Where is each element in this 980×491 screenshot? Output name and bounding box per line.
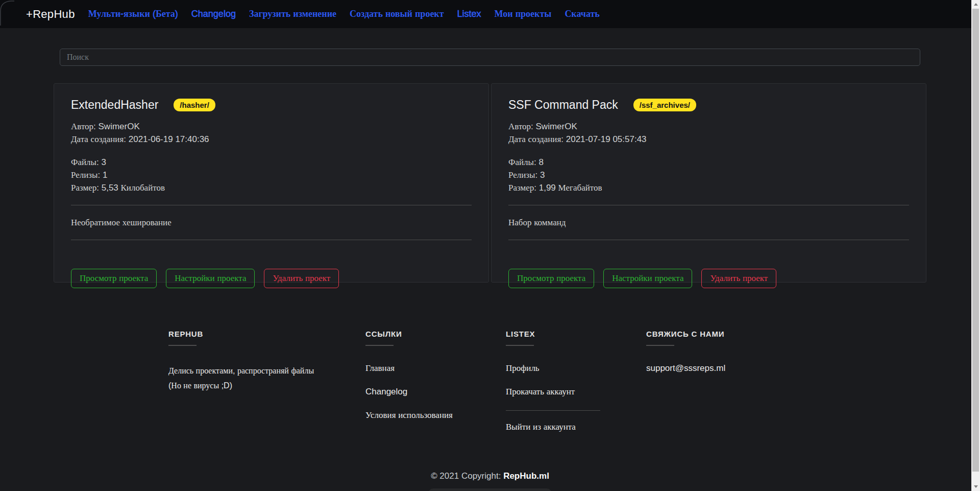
- project-size: Размер: 5,53 Килобайтов: [71, 181, 472, 194]
- project-size: Размер: 1,99 Мегабайтов: [508, 181, 909, 194]
- project-files-count: Файлы: 8: [508, 156, 909, 169]
- project-releases-count: Релизы: 1: [71, 169, 472, 181]
- footer-link-changelog[interactable]: Changelog: [365, 387, 506, 397]
- scrollbar-thumb[interactable]: [972, 9, 979, 472]
- footer-divider: [506, 410, 600, 411]
- project-stats: Файлы: 8 Релизы: 3 Размер: 1,99 Мегабайт…: [508, 156, 909, 194]
- project-card-header: ExtendedHasher /hasher/: [71, 98, 472, 112]
- footer-column-links: ССЫЛКИ Главная Changelog Условия использ…: [365, 330, 506, 446]
- project-card-header: SSF Command Pack /ssf_archives/: [508, 98, 909, 112]
- project-settings-button[interactable]: Настройки проекта: [603, 269, 692, 288]
- nav-link-multi-languages[interactable]: Мульти-языки (Бета): [88, 9, 178, 19]
- scrollbar-down-arrow-icon[interactable]: [971, 482, 980, 491]
- brand-logo[interactable]: +RepHub: [26, 8, 75, 21]
- support-email-link[interactable]: support@sssreps.ml: [646, 363, 725, 373]
- footer-title-underline: [506, 345, 534, 346]
- footer-tagline-line2: (Но не вирусы ;D): [168, 378, 365, 393]
- copyright: © 2021 Copyright: RepHub.ml: [0, 471, 980, 481]
- project-title: SSF Command Pack: [508, 98, 618, 112]
- nav-link-download[interactable]: Скачать: [565, 9, 599, 19]
- delete-project-button[interactable]: Удалить проект: [701, 269, 776, 288]
- project-stats: Файлы: 3 Релизы: 1 Размер: 5,53 Килобайт…: [71, 156, 472, 194]
- project-card-ssf-command-pack: SSF Command Pack /ssf_archives/ Автор: S…: [491, 83, 926, 283]
- project-author: Автор: SwimerOK: [71, 120, 472, 133]
- footer-title-links: ССЫЛКИ: [365, 330, 506, 338]
- nav-links: Мульти-языки (Бета) Changelog Загрузить …: [88, 9, 600, 19]
- footer-title-rephub: REPHUB: [168, 330, 365, 338]
- view-project-button[interactable]: Просмотр проекта: [71, 269, 157, 288]
- nav-link-create-project[interactable]: Создать новый проект: [350, 9, 444, 19]
- project-releases-count: Релизы: 3: [508, 169, 909, 181]
- project-description: Необратимое хеширование: [71, 216, 472, 229]
- nav-link-my-projects[interactable]: Мои проекты: [495, 9, 552, 19]
- footer-link-upgrade-account[interactable]: Прокачать аккаунт: [506, 387, 646, 397]
- footer-title-underline: [365, 345, 394, 346]
- project-path-badge[interactable]: /ssf_archives/: [633, 99, 696, 111]
- footer-column-contact: СВЯЖИСЬ С НАМИ support@sssreps.ml: [646, 330, 812, 446]
- footer-link-profile[interactable]: Профиль: [506, 363, 646, 373]
- copyright-brand-link[interactable]: RepHub.ml: [503, 471, 549, 481]
- main-content: ExtendedHasher /hasher/ Автор: SwimerOK …: [54, 49, 926, 283]
- footer-link-terms[interactable]: Условия использования: [365, 410, 506, 420]
- footer-title-underline: [646, 345, 674, 346]
- delete-project-button[interactable]: Удалить проект: [264, 269, 339, 288]
- project-path-badge[interactable]: /hasher/: [174, 99, 215, 111]
- project-actions: Просмотр проекта Настройки проекта Удали…: [508, 269, 909, 288]
- footer: REPHUB Делись проектами, распространяй ф…: [168, 330, 812, 446]
- project-author: Автор: SwimerOK: [508, 120, 909, 133]
- nav-link-upload-change[interactable]: Загрузить изменение: [249, 9, 336, 19]
- footer-tagline-line1: Делись проектами, распространяй файлы: [168, 363, 365, 378]
- divider: [508, 240, 909, 240]
- scrollbar-up-arrow-icon[interactable]: [971, 0, 980, 9]
- project-description: Набор комманд: [508, 216, 909, 229]
- footer-title-contact: СВЯЖИСЬ С НАМИ: [646, 330, 812, 338]
- project-actions: Просмотр проекта Настройки проекта Удали…: [71, 269, 472, 288]
- project-card-extendedhasher: ExtendedHasher /hasher/ Автор: SwimerOK …: [54, 83, 489, 283]
- project-settings-button[interactable]: Настройки проекта: [166, 269, 255, 288]
- project-created-date: Дата создания: 2021-06-19 17:40:36: [71, 133, 472, 146]
- footer-column-rephub: REPHUB Делись проектами, распространяй ф…: [168, 330, 365, 446]
- divider: [508, 205, 909, 205]
- freekassa-payment-badge[interactable]: Мы принимаем FREE-KASSA: [428, 488, 552, 491]
- copyright-text: © 2021 Copyright:: [431, 471, 503, 481]
- nav-link-listex[interactable]: Listex: [457, 9, 481, 19]
- projects-row: ExtendedHasher /hasher/ Автор: SwimerOK …: [54, 83, 926, 283]
- footer-link-logout[interactable]: Выйти из аккаунта: [506, 422, 646, 432]
- top-navbar: +RepHub Мульти-языки (Бета) Changelog За…: [0, 0, 980, 28]
- project-created-date: Дата создания: 2021-07-19 05:57:43: [508, 133, 909, 146]
- footer-column-listex: LISTEX Профиль Прокачать аккаунт Выйти и…: [506, 330, 646, 446]
- footer-link-home[interactable]: Главная: [365, 363, 506, 373]
- footer-title-listex: LISTEX: [506, 330, 646, 338]
- divider: [71, 205, 472, 205]
- footer-title-underline: [168, 345, 197, 346]
- vertical-scrollbar[interactable]: [971, 0, 980, 491]
- search-input[interactable]: [60, 49, 920, 66]
- nav-link-changelog[interactable]: Changelog: [191, 9, 236, 19]
- project-title: ExtendedHasher: [71, 98, 158, 112]
- divider: [71, 240, 472, 240]
- view-project-button[interactable]: Просмотр проекта: [508, 269, 594, 288]
- project-files-count: Файлы: 3: [71, 156, 472, 169]
